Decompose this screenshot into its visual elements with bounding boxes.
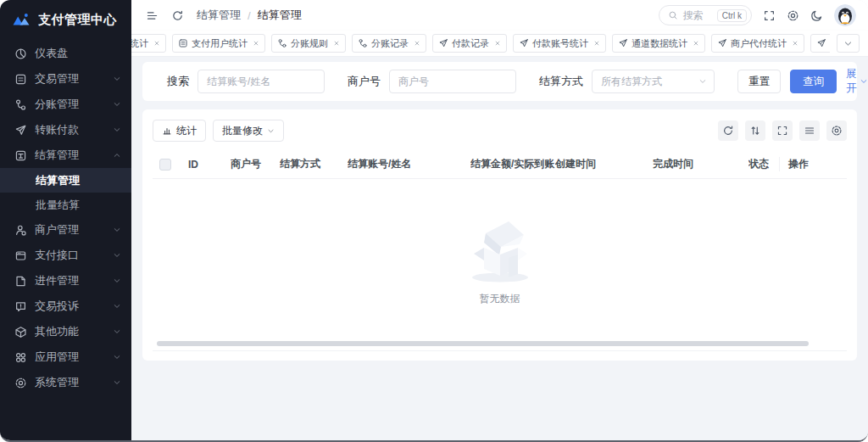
table-settings-button[interactable] [826,120,847,141]
chevron-icon [113,302,121,311]
table-sort-button[interactable] [745,120,765,141]
tab[interactable]: 付款账号统计 [513,34,606,53]
close-icon[interactable] [333,40,340,47]
toolbar-left: 统计 批量修改 [153,120,284,142]
close-icon[interactable] [153,40,160,47]
settle-icon [14,149,27,162]
breadcrumb: 结算管理 / 结算管理 [197,8,302,23]
settle-method-select[interactable]: 所有结算方式 [592,70,715,93]
filter-card: 搜索 商户号 结算方式 所有结算方式 重置 查询 [142,62,857,101]
tab[interactable]: 安全发记录 [810,34,830,53]
settings-icon[interactable] [787,9,799,22]
transfer-icon [519,38,529,48]
column-header[interactable]: 状态 [748,157,774,171]
tab[interactable]: 支付用户统计 [172,34,265,53]
sidebar-item-label: 仪表盘 [35,46,121,61]
tab-label: 分账规则 [291,37,328,50]
sidebar-item[interactable]: 系统管理 [0,370,131,395]
expand-label: 展开 [846,67,857,96]
tab-label: 数据统计 [131,37,148,50]
sidebar-item[interactable]: 交易管理 [0,66,131,92]
tabs-more-button[interactable] [837,34,860,53]
column-header[interactable]: ID [188,159,231,171]
select-all-checkbox[interactable] [159,159,171,171]
transaction-icon [14,73,27,86]
chevron-icon [113,353,121,361]
merchant-filter-input[interactable] [389,70,516,93]
tab[interactable]: 商户代付统计 [711,34,804,53]
sidebar-item-label: 进件管理 [35,273,105,288]
reset-button[interactable]: 重置 [737,70,781,93]
sidebar-item[interactable]: 支付接口 [0,243,131,268]
tab-label: 分账记录 [371,37,409,50]
stat-button[interactable]: 统计 [153,120,206,142]
empty-text: 暂无数据 [480,292,520,306]
app-title: 支付管理中心 [38,12,117,28]
stat-button-label: 统计 [176,124,197,138]
dark-mode-icon[interactable] [810,9,823,22]
sidebar-item-label: 商户管理 [35,222,105,238]
content-area: 搜索 商户号 结算方式 所有结算方式 重置 查询 [131,57,868,440]
sidebar-item[interactable]: 批量结算 [0,193,131,217]
tab[interactable]: 数据统计 [131,34,166,53]
tab[interactable]: 分账规则 [271,34,346,53]
table-fullscreen-button[interactable] [772,120,793,141]
sidebar-item[interactable]: 转账付款 [0,117,131,143]
close-icon[interactable] [494,40,501,47]
scrollbar-thumb[interactable] [157,341,809,346]
close-icon[interactable] [693,40,699,47]
search-filter-input[interactable] [198,70,325,93]
search-filter: 搜索 [167,70,325,93]
user-avatar[interactable] [834,4,856,26]
sidebar-item[interactable]: 结算管理 [0,168,131,193]
split-icon [14,98,27,111]
sidebar-item-label: 支付接口 [35,248,105,263]
doc-icon [178,38,188,48]
empty-box-illustration [459,212,541,285]
sidebar-item[interactable]: 仪表盘 [0,41,131,66]
chevron-icon [113,277,121,285]
column-header[interactable]: 商户号 [231,157,280,171]
fullscreen-icon[interactable] [763,9,776,22]
breadcrumb-current: 结算管理 [258,8,302,23]
column-header[interactable]: 结算金额/实际到账 [470,157,555,171]
sidebar-item[interactable]: 其他功能 [0,319,131,344]
close-icon[interactable] [593,40,600,47]
breadcrumb-parent[interactable]: 结算管理 [197,8,241,23]
column-header[interactable]: 结算方式 [280,157,348,171]
expand-link[interactable]: 展开 [846,67,868,96]
refresh-icon[interactable] [171,9,184,22]
tab[interactable]: 通道数据统计 [612,34,705,53]
transfer-icon [14,124,27,137]
global-search[interactable]: 搜索 Ctrl k [659,5,752,25]
sidebar-item[interactable]: 交易投诉 [0,294,131,319]
logo-icon [12,11,31,28]
app-logo[interactable]: 支付管理中心 [0,0,131,39]
topbar-right: 搜索 Ctrl k [659,4,856,26]
complaint-icon [14,300,27,313]
table-density-button[interactable] [799,120,820,141]
tab[interactable]: 付款记录 [432,34,507,53]
batch-edit-button[interactable]: 批量修改 [213,120,284,142]
close-icon[interactable] [253,40,259,47]
close-icon[interactable] [792,40,798,47]
menu-fold-icon[interactable] [146,9,159,22]
sidebar-item[interactable]: 分账管理 [0,92,131,117]
sidebar-item[interactable]: 应用管理 [0,344,131,370]
close-icon[interactable] [414,40,420,47]
table-bottom-divider [153,350,847,354]
column-header[interactable]: 结算账号/姓名 [348,157,470,171]
column-header[interactable]: 创建时间 [555,157,653,171]
tab[interactable]: 分账记录 [352,34,426,53]
sidebar-item-label: 分账管理 [35,97,105,112]
chevron-icon [113,226,121,234]
sidebar-item[interactable]: 进件管理 [0,268,131,294]
column-header[interactable]: 完成时间 [653,157,748,171]
query-button[interactable]: 查询 [790,70,837,93]
column-header[interactable]: 操作 [779,157,847,171]
sidebar-item[interactable]: 商户管理 [0,217,131,243]
sidebar-item[interactable]: 结算管理 [0,143,131,168]
merchant-icon [14,224,27,237]
sidebar: 支付管理中心 仪表盘 交易管理 分账管理 [0,0,131,440]
table-refresh-button[interactable] [718,120,738,141]
